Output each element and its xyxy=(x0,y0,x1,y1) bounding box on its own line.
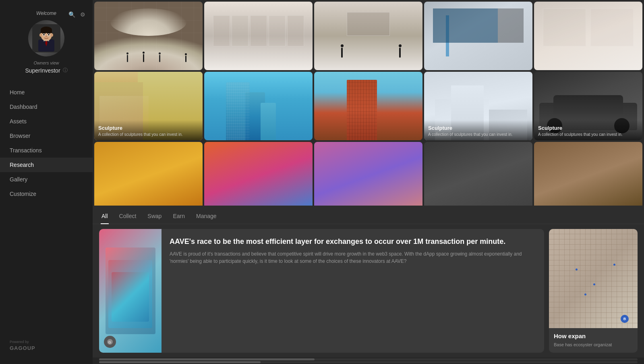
avatar xyxy=(28,20,64,56)
article-content-1: AAVE's race to be the most efficient lay… xyxy=(162,229,544,353)
settings-icon[interactable]: ⚙ xyxy=(79,10,86,19)
info-icon[interactable]: ⓘ xyxy=(63,67,68,74)
overlay-title-car: Sculpture xyxy=(538,125,638,131)
sidebar-item-gallery[interactable]: Gallery xyxy=(0,172,93,187)
owners-view-label: Owners view xyxy=(34,60,59,65)
scrollbar-thumb-1 xyxy=(99,358,315,360)
article-thumb-1: G xyxy=(99,229,162,353)
overlay-desc-interior: A collection of sculptures that you can … xyxy=(98,132,199,137)
sidebar-item-assets[interactable]: Assets xyxy=(0,114,93,129)
svg-point-10 xyxy=(51,33,53,37)
sidebar-footer: Powered by GAGOUP xyxy=(0,333,93,358)
article-logo-1: G xyxy=(104,336,116,348)
overlay-interior: Sculpture A collection of sculptures tha… xyxy=(94,120,203,140)
article-card-2[interactable]: B How expan Base has ecosyster organizat xyxy=(549,229,638,353)
scrollbar-track-2[interactable] xyxy=(99,361,638,363)
svg-text:G: G xyxy=(108,340,111,344)
overlay-car: Sculpture A collection of sculptures tha… xyxy=(534,120,642,140)
svg-point-15 xyxy=(43,34,45,35)
sidebar-header: 🔍 ⚙ Welcome xyxy=(0,6,93,82)
article-body-1: AAVE is proud of it's transactions and b… xyxy=(170,250,536,265)
gallery-cell-golden[interactable] xyxy=(94,142,203,206)
username-row: SuperInvestor ⓘ xyxy=(25,67,67,74)
overlay-title-white: Sculpture xyxy=(428,125,528,131)
gallery-cell-museum[interactable] xyxy=(94,2,203,70)
gallery-cell-4[interactable] xyxy=(534,2,642,70)
gallery-cell-car[interactable]: Sculpture A collection of sculptures tha… xyxy=(534,72,642,140)
tab-manage[interactable]: Manage xyxy=(195,210,217,224)
image-grid: Sculpture A collection of sculptures tha… xyxy=(93,0,644,206)
gallery-cell-purple[interactable] xyxy=(314,142,422,206)
gallery-cell-interior[interactable]: Sculpture A collection of sculptures tha… xyxy=(94,72,203,140)
overlay-desc-white: A collection of sculptures that you can … xyxy=(428,132,528,137)
tab-earn[interactable]: Earn xyxy=(172,210,186,224)
article-content-2: How expan Base has ecosyster organizat xyxy=(549,328,638,352)
scrollbar-track-1[interactable] xyxy=(99,358,638,360)
gallery-cell-3[interactable] xyxy=(424,2,532,70)
sidebar: 🔍 ⚙ Welcome xyxy=(0,0,93,364)
search-icon[interactable]: 🔍 xyxy=(68,10,76,19)
content-area: G AAVE's race to be the most efficient l… xyxy=(93,224,644,358)
scroll-area xyxy=(93,358,644,364)
tab-collect[interactable]: Collect xyxy=(118,210,137,224)
sidebar-header-icons: 🔍 ⚙ xyxy=(68,10,86,19)
bottom-panel: All Collect Swap Earn Manage G xyxy=(93,206,644,364)
article-card-1[interactable]: G AAVE's race to be the most efficient l… xyxy=(99,229,544,353)
nav-menu: Home Dashboard Assets Browser Transactio… xyxy=(0,82,93,333)
gallery-cell-colorful[interactable] xyxy=(204,142,313,206)
article-body-2: Base has ecosyster organizat xyxy=(554,341,633,348)
overlay-desc-car: A collection of sculptures that you can … xyxy=(538,132,638,137)
sidebar-item-transactions[interactable]: Transactions xyxy=(0,143,93,158)
sidebar-item-customize[interactable]: Customize xyxy=(0,187,93,201)
main-content: Sculpture A collection of sculptures tha… xyxy=(93,0,644,364)
sidebar-item-browser[interactable]: Browser xyxy=(0,129,93,143)
gallery-cell-dark[interactable] xyxy=(424,142,532,206)
overlay-title-interior: Sculpture xyxy=(98,125,199,131)
powered-by-label: Powered by xyxy=(10,340,83,344)
tab-all[interactable]: All xyxy=(101,210,109,224)
sidebar-item-dashboard[interactable]: Dashboard xyxy=(0,100,93,114)
gallery-cell-2[interactable] xyxy=(314,2,422,70)
article-title-2: How expan xyxy=(554,332,633,340)
welcome-text: Welcome xyxy=(36,10,56,16)
gallery-cell-1[interactable] xyxy=(204,2,313,70)
image-grid-area: Sculpture A collection of sculptures tha… xyxy=(93,0,644,206)
svg-point-16 xyxy=(48,34,50,35)
gallery-cell-brown[interactable] xyxy=(534,142,642,206)
gallery-cell-white-building[interactable]: Sculpture A collection of sculptures tha… xyxy=(424,72,532,140)
svg-point-17 xyxy=(46,36,47,37)
overlay-white-building: Sculpture A collection of sculptures tha… xyxy=(424,120,532,140)
brand-logo: GAGOUP xyxy=(10,345,83,351)
svg-rect-8 xyxy=(41,30,52,33)
gallery-cell-blue-buildings[interactable] xyxy=(204,72,313,140)
username-label: SuperInvestor xyxy=(25,67,60,74)
sidebar-item-home[interactable]: Home xyxy=(0,85,93,100)
scrollbar-thumb-2 xyxy=(99,361,261,363)
tabs-row: All Collect Swap Earn Manage xyxy=(93,206,644,224)
article-title-1: AAVE's race to be the most efficient lay… xyxy=(170,237,536,246)
tab-swap[interactable]: Swap xyxy=(147,210,162,224)
gallery-cell-orange-building[interactable] xyxy=(314,72,422,140)
svg-point-9 xyxy=(39,33,42,37)
sidebar-item-research[interactable]: Research xyxy=(0,158,93,172)
